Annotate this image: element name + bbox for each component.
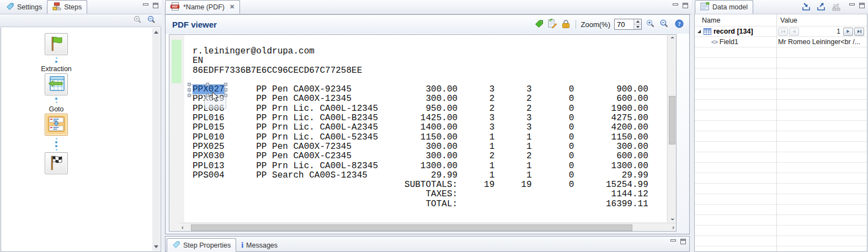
scroll-right-icon[interactable]: › xyxy=(672,224,674,230)
step-start[interactable] xyxy=(45,33,68,55)
column-header-value[interactable]: Value xyxy=(776,17,797,24)
tab-data-model[interactable]: Data model xyxy=(695,0,753,14)
table-row[interactable] xyxy=(695,215,867,226)
table-row[interactable] xyxy=(695,110,867,121)
vertical-scroll-thumb[interactable] xyxy=(669,96,675,144)
table-row[interactable] xyxy=(695,205,867,215)
pdf-page-area[interactable]: r.leininger@oldrupa.comEN86EDFF7336B7E6C… xyxy=(169,34,677,232)
tab-settings-label: Settings xyxy=(17,3,42,11)
minimize-icon[interactable] xyxy=(673,3,679,8)
tab-steps[interactable]: Steps xyxy=(47,0,87,14)
zoom-in-icon[interactable] xyxy=(646,19,656,30)
scroll-down-icon[interactable]: ⌄ xyxy=(670,215,675,222)
tag-icon xyxy=(6,2,14,12)
steps-canvas[interactable]: Extraction Goto xyxy=(1,28,161,252)
table-row[interactable] xyxy=(695,142,867,152)
vertical-scrollbar[interactable]: ⌃ ⌄ xyxy=(667,35,676,222)
zoom-input[interactable] xyxy=(615,19,633,29)
maximize-icon[interactable] xyxy=(683,3,689,8)
pdf-line: EN xyxy=(193,56,648,66)
zoom-in-icon[interactable] xyxy=(133,15,142,26)
goto-icon xyxy=(48,116,65,133)
scroll-left-icon[interactable]: ‹ xyxy=(182,224,184,230)
extract-edit-icon[interactable] xyxy=(547,19,557,30)
table-row[interactable] xyxy=(695,152,867,163)
tab-step-properties[interactable]: Step Properties xyxy=(167,238,236,252)
step-goto[interactable] xyxy=(45,114,68,136)
step-end[interactable] xyxy=(45,152,68,174)
record-label: record [134] xyxy=(713,28,753,35)
last-record-button[interactable] xyxy=(854,28,864,36)
flowchart-icon xyxy=(52,2,61,12)
field-name: Field1 xyxy=(720,38,738,46)
step-extraction[interactable] xyxy=(45,73,68,95)
export-data-icon[interactable] xyxy=(816,2,827,13)
prev-record-button[interactable] xyxy=(789,28,799,36)
scroll-up-icon[interactable] xyxy=(154,31,158,34)
pdf-line: PPX019 PP Pen CA00X-12345 300.00 2 2 0 6… xyxy=(193,94,648,104)
tab-steps-label: Steps xyxy=(64,3,82,11)
horizontal-scrollbar[interactable]: ‹ › xyxy=(180,223,676,232)
right-tabbar: Data model xyxy=(694,0,868,14)
horizontal-scroll-thumb[interactable] xyxy=(191,224,632,231)
column-header-name[interactable]: Name xyxy=(695,17,776,24)
field-value[interactable]: Mr Romeo Leininger<br /... xyxy=(776,38,867,46)
tab-name-pdf[interactable]: PDF *Name (PDF) ✕ xyxy=(165,0,240,14)
table-row[interactable] xyxy=(695,100,867,110)
pdf-text: r.leininger@oldrupa.comEN86EDFF7336B7E6C… xyxy=(193,47,648,209)
zoom-out-icon[interactable] xyxy=(147,15,156,26)
import-data-icon[interactable] xyxy=(801,2,812,13)
table-row[interactable] xyxy=(695,236,867,246)
zoom-spinner xyxy=(614,19,642,30)
pdf-line: PPX030 PP Pen CA00X-C2345 300.00 2 2 0 6… xyxy=(193,152,648,161)
minimize-icon[interactable] xyxy=(670,239,677,244)
info-icon: i xyxy=(241,241,243,250)
table-row[interactable] xyxy=(695,47,867,58)
scroll-up-icon[interactable]: ⌃ xyxy=(670,36,675,43)
table-row[interactable] xyxy=(695,89,867,100)
maximize-icon[interactable] xyxy=(680,239,686,244)
table-row[interactable] xyxy=(695,173,867,184)
pdf-editor-panel: PDF *Name (PDF) ✕ PDF viewer xyxy=(164,0,691,252)
record-row[interactable]: record [134] 1 xyxy=(695,26,867,37)
table-row[interactable] xyxy=(695,194,867,205)
steps-zoom-toolbar xyxy=(0,14,162,27)
tag-icon xyxy=(172,240,180,250)
column-divider[interactable] xyxy=(776,14,777,251)
step-extraction-label: Extraction xyxy=(41,65,72,73)
table-row[interactable] xyxy=(695,246,867,252)
steps-scrollbar[interactable] xyxy=(152,28,160,251)
maximize-icon[interactable] xyxy=(859,3,865,8)
expander-icon[interactable] xyxy=(697,29,701,34)
table-row[interactable] xyxy=(695,163,867,173)
tab-messages[interactable]: i Messages xyxy=(236,238,283,252)
minimize-icon[interactable] xyxy=(143,3,149,8)
tag-icon[interactable] xyxy=(535,19,544,29)
next-record-button[interactable] xyxy=(843,28,853,36)
maximize-icon[interactable] xyxy=(153,3,159,8)
first-record-button[interactable] xyxy=(778,28,788,36)
spin-down-icon[interactable] xyxy=(634,24,641,30)
minimize-icon[interactable] xyxy=(849,3,855,8)
tab-settings[interactable]: Settings xyxy=(1,0,47,14)
table-row[interactable] xyxy=(695,68,867,79)
table-row[interactable] xyxy=(695,184,867,194)
table-row[interactable] xyxy=(695,79,867,89)
pdf-line: TAXES: 1144.12 xyxy=(193,190,648,199)
table-row[interactable] xyxy=(695,131,867,142)
spin-up-icon[interactable] xyxy=(634,19,641,24)
scroll-down-icon[interactable] xyxy=(154,245,158,248)
close-icon[interactable]: ✕ xyxy=(230,3,235,10)
zoom-out-icon[interactable] xyxy=(659,19,669,30)
sync-model-icon[interactable] xyxy=(831,2,842,13)
table-icon xyxy=(704,28,711,35)
pdf-line: TOTAL: 16399.11 xyxy=(193,200,648,209)
pdf-viewer-title: PDF viewer xyxy=(172,20,217,29)
help-icon[interactable]: ? xyxy=(675,19,684,30)
lock-icon[interactable] xyxy=(561,19,571,30)
pdf-line: 86EDFF7336B7E6CC96CECD67C77258EE xyxy=(193,66,648,76)
table-row[interactable] xyxy=(695,58,867,68)
table-row[interactable] xyxy=(695,121,867,131)
field-row[interactable]: <> Field1 Mr Romeo Leininger<br /... xyxy=(695,37,867,47)
table-row[interactable] xyxy=(695,226,867,236)
